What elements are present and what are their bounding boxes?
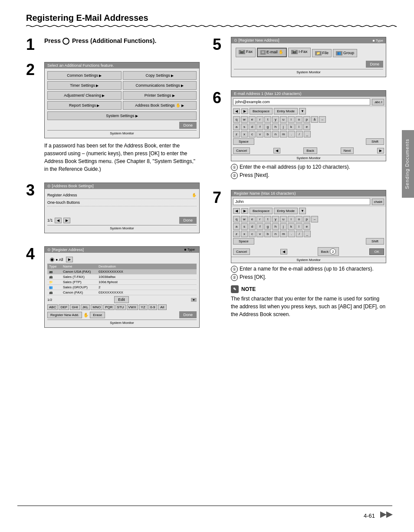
next-page-btn[interactable]: ▶	[63, 218, 70, 223]
key7-f[interactable]: f	[256, 223, 263, 230]
key-aa[interactable]: å	[311, 116, 318, 123]
step7-shift-btn[interactable]: Shift	[366, 238, 384, 245]
key-n[interactable]: n	[272, 131, 279, 137]
entry-mode-btn[interactable]: Entry Mode	[274, 108, 298, 114]
step-7-prev-btn[interactable]: ◀	[233, 208, 240, 214]
key7-c[interactable]: c	[249, 231, 256, 237]
key-underscore[interactable]: _	[304, 131, 311, 137]
key7-u[interactable]: u	[280, 216, 287, 222]
step-6-back-arrow[interactable]: ◀	[273, 148, 280, 153]
step-6-email-input[interactable]: john@example.com	[233, 98, 370, 105]
printer-settings-btn[interactable]: Printer Settings	[123, 91, 197, 100]
step-6-cancel-btn[interactable]: Cancel	[233, 147, 250, 154]
alpha-pqr[interactable]: PQR	[103, 304, 114, 310]
alpha-yz[interactable]: YZ	[139, 304, 148, 310]
shift-btn[interactable]: Shift	[366, 138, 384, 145]
table-row[interactable]: 📠 Sales (T-FAX) 10038alfax	[47, 274, 197, 280]
step-3-done-btn[interactable]: Done	[179, 217, 197, 224]
key7-s[interactable]: s	[241, 223, 248, 230]
key-o[interactable]: o	[296, 116, 302, 123]
step-6-next-char-btn[interactable]: ▶	[241, 108, 248, 114]
key-b[interactable]: b	[264, 131, 271, 137]
key7-b[interactable]: b	[264, 231, 271, 237]
key-z[interactable]: z	[233, 131, 240, 137]
key-period[interactable]: .	[288, 131, 295, 137]
step-7-back-arrow[interactable]: ◀	[280, 249, 287, 255]
key-s[interactable]: s	[241, 124, 248, 130]
key-e[interactable]: e	[249, 116, 256, 123]
key7-n[interactable]: n	[272, 231, 279, 237]
step-6-prev-btn[interactable]: ◀	[233, 108, 240, 114]
key7-o[interactable]: o	[296, 216, 302, 222]
address-book-settings-btn[interactable]: Address Book Settings ✋	[123, 101, 197, 110]
key-v[interactable]: v	[256, 131, 263, 137]
step-4-system-monitor[interactable]: System Monitor	[47, 320, 197, 325]
step-3-system-monitor[interactable]: System Monitor	[47, 225, 197, 230]
key7-h[interactable]: h	[272, 223, 279, 230]
edit-btn[interactable]: Edit	[114, 296, 129, 303]
key7-q[interactable]: q	[233, 216, 240, 222]
email-type-btn[interactable]: ✉E-mail ✋	[257, 48, 287, 57]
key7-j[interactable]: j	[280, 223, 287, 230]
step-2-done-btn[interactable]: Done	[179, 122, 197, 129]
step-6-next-btn[interactable]: Next	[341, 147, 354, 154]
key7-z[interactable]: z	[233, 231, 240, 237]
step-7-system-monitor[interactable]: System Monitor	[231, 257, 386, 263]
alpha-all[interactable]: All	[158, 304, 167, 310]
space-btn[interactable]: Space	[233, 138, 254, 145]
key7-k[interactable]: k	[288, 223, 295, 230]
fax-type-btn[interactable]: 📠Fax	[236, 48, 256, 57]
type-dropdown-btn[interactable]: ▶	[66, 257, 73, 262]
key-h[interactable]: h	[272, 124, 279, 130]
key7-p[interactable]: p	[303, 216, 310, 222]
table-row[interactable]: 👥 Sales (GROUP) 2	[47, 285, 197, 290]
step-6-system-monitor[interactable]: System Monitor	[231, 155, 386, 161]
step-7-entry-mode-btn[interactable]: Entry Mode	[274, 208, 298, 214]
all-radio[interactable]: ● All ▶	[47, 255, 197, 264]
key-e2[interactable]: e	[303, 124, 310, 130]
key-m[interactable]: m	[280, 131, 287, 137]
key7-m[interactable]: m	[280, 231, 287, 237]
key7-t[interactable]: t	[264, 216, 271, 222]
key7-y[interactable]: y	[272, 216, 279, 222]
alpha-jkl[interactable]: JKL	[81, 304, 90, 310]
prev-page-btn[interactable]: ◀	[55, 218, 62, 223]
table-row[interactable]: 📠 Canon (FAX) 03XXXXXXXXX	[47, 290, 197, 295]
alpha-ghi[interactable]: GHI	[70, 304, 79, 310]
register-address-row[interactable]: Register Address ✋	[47, 192, 197, 199]
key-p[interactable]: p	[303, 116, 310, 123]
scroll-down-btn[interactable]: ▼	[191, 298, 197, 302]
key7-i[interactable]: i	[288, 216, 295, 222]
one-touch-buttons-row[interactable]: One-touch Buttons	[47, 199, 197, 206]
key7-g[interactable]: g	[264, 223, 271, 230]
step-6-back-btn[interactable]: Back	[303, 147, 317, 154]
communications-settings-btn[interactable]: Communications Settings	[123, 81, 197, 90]
key-x[interactable]: x	[241, 131, 248, 137]
table-row[interactable]: 📁 Sales (FTP) 100d.ftphost	[47, 280, 197, 285]
alpha-def[interactable]: DEF	[59, 304, 69, 310]
key-r[interactable]: r	[256, 116, 263, 123]
key-j[interactable]: j	[280, 124, 287, 130]
key-k[interactable]: k	[288, 124, 295, 130]
key-i[interactable]: i	[288, 116, 295, 123]
step-2-system-monitor[interactable]: System Monitor	[47, 130, 197, 135]
alpha-mno[interactable]: MNO	[91, 304, 102, 310]
key7-l[interactable]: l	[296, 223, 302, 230]
step-7-next-char-btn[interactable]: ▶	[241, 208, 248, 214]
alpha-abc[interactable]: ABC	[47, 304, 58, 310]
key-t[interactable]: t	[264, 116, 271, 123]
step-7-cancel-btn[interactable]: Cancel	[233, 248, 250, 255]
step7-space-btn[interactable]: Space	[233, 238, 254, 245]
key-slash[interactable]: /	[296, 131, 303, 137]
step-7-backspace-btn[interactable]: Backspace	[250, 208, 273, 214]
key-c[interactable]: c	[249, 131, 256, 137]
adjustment-cleaning-btn[interactable]: Adjustment/ Cleaning	[47, 91, 122, 100]
alpha-09[interactable]: 0-9	[148, 304, 157, 310]
step-5-done-btn[interactable]: Done	[366, 61, 383, 68]
common-settings-btn[interactable]: Common Settings	[47, 71, 122, 80]
system-settings-btn[interactable]: System Settings	[47, 111, 197, 120]
key7-slash[interactable]: /	[296, 231, 303, 237]
file-type-btn[interactable]: 📁File	[312, 49, 332, 57]
step-5-system-monitor[interactable]: System Monitor	[234, 69, 383, 74]
key-w[interactable]: w	[241, 116, 248, 123]
